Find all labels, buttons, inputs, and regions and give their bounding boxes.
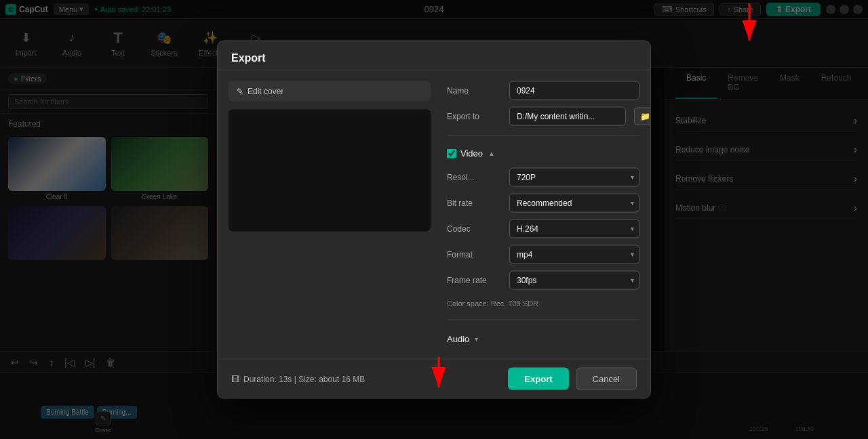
modal-preview: ✎ Edit cover: [218, 70, 441, 359]
bitrate-label: Bit rate: [447, 198, 501, 208]
resolution-row: Resol... 720P 1080P 4K ▾: [447, 168, 639, 187]
preview-canvas: [229, 110, 431, 232]
footer-buttons: Export Cancel: [508, 368, 637, 390]
divider-1: [447, 135, 639, 136]
export-modal: Export ✎ Edit cover Name Export to 📁: [217, 41, 651, 399]
bitrate-select-wrapper: Recommended Low High ▾: [509, 194, 639, 213]
export-button[interactable]: Export: [508, 368, 568, 390]
edit-cover-button[interactable]: ✎ Edit cover: [229, 81, 431, 102]
folder-button[interactable]: 📁: [634, 108, 650, 125]
codec-select-wrapper: H.264 H.265 ▾: [509, 220, 639, 238]
framerate-select[interactable]: 30fps 24fps 60fps: [509, 271, 639, 290]
export-to-input[interactable]: [509, 107, 626, 126]
modal-header: Export: [218, 41, 650, 70]
edit-cover-label: Edit cover: [248, 87, 283, 96]
duration-info: 🎞 Duration: 13s | Size: about 16 MB: [231, 374, 365, 383]
modal-body: ✎ Edit cover Name Export to 📁 Video: [218, 70, 650, 359]
bitrate-select[interactable]: Recommended Low High: [509, 194, 639, 213]
codec-label: Codec: [447, 224, 501, 234]
video-checkbox[interactable]: [447, 148, 456, 158]
framerate-select-wrapper: 30fps 24fps 60fps ▾: [509, 271, 639, 290]
resolution-select[interactable]: 720P 1080P 4K: [509, 168, 639, 187]
divider-2: [447, 320, 639, 320]
resolution-select-wrapper: 720P 1080P 4K ▾: [509, 168, 639, 187]
video-section-header: Video ▲: [447, 146, 639, 161]
name-input[interactable]: [509, 81, 639, 100]
format-select-wrapper: mp4 mov avi ▾: [509, 245, 639, 264]
color-space-label: Color space: Rec. 709 SDR: [447, 297, 639, 310]
film-icon: 🎞: [231, 374, 239, 383]
framerate-label: Frame rate: [447, 276, 501, 285]
codec-select[interactable]: H.264 H.265: [509, 220, 639, 238]
format-label: Format: [447, 250, 501, 259]
cancel-button[interactable]: Cancel: [576, 368, 637, 390]
duration-label: Duration: 13s | Size: about 16 MB: [243, 374, 365, 383]
audio-section-label: Audio: [447, 334, 469, 344]
audio-row: Audio ▾: [447, 330, 639, 348]
name-row: Name: [447, 81, 639, 100]
name-label: Name: [447, 86, 501, 96]
export-to-row: Export to 📁: [447, 107, 639, 126]
audio-collapse-icon[interactable]: ▾: [475, 335, 478, 343]
modal-form: Name Export to 📁 Video ▲ Resol...: [441, 70, 650, 359]
resolution-label: Resol...: [447, 173, 501, 182]
export-to-label: Export to: [447, 112, 501, 121]
codec-row: Codec H.264 H.265 ▾: [447, 220, 639, 238]
bitrate-row: Bit rate Recommended Low High ▾: [447, 194, 639, 213]
format-row: Format mp4 mov avi ▾: [447, 245, 639, 264]
video-collapse-icon[interactable]: ▲: [488, 150, 495, 157]
format-select[interactable]: mp4 mov avi: [509, 245, 639, 264]
video-section-label: Video: [460, 148, 483, 159]
modal-footer: 🎞 Duration: 13s | Size: about 16 MB Expo…: [218, 359, 650, 398]
edit-cover-icon: ✎: [237, 87, 243, 96]
framerate-row: Frame rate 30fps 24fps 60fps ▾: [447, 271, 639, 290]
